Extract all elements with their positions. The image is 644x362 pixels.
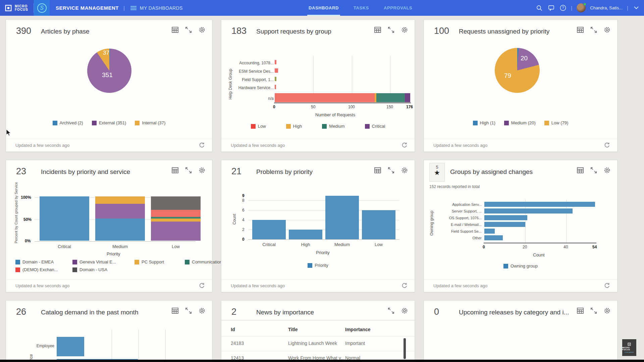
legend-item[interactable]: Low (79) bbox=[544, 120, 569, 125]
legend-item[interactable]: External (351) bbox=[92, 120, 126, 125]
bar-high[interactable] bbox=[289, 230, 322, 239]
product-icon-tile[interactable]: S bbox=[34, 0, 50, 16]
expand-icon[interactable] bbox=[184, 307, 193, 315]
refresh-icon[interactable] bbox=[401, 142, 408, 148]
expand-icon[interactable] bbox=[184, 26, 193, 34]
table-icon[interactable] bbox=[576, 307, 584, 315]
gear-icon[interactable] bbox=[198, 166, 206, 174]
bar-segment[interactable] bbox=[275, 85, 276, 89]
tab-tasks[interactable]: TASKS bbox=[354, 0, 369, 16]
legend-item[interactable]: Domain - EMEA bbox=[15, 259, 72, 264]
user-name[interactable]: Chandra, Satis... bbox=[590, 5, 623, 10]
widget-count: 183 bbox=[231, 26, 247, 36]
bar-segment[interactable] bbox=[275, 77, 276, 81]
bar-row[interactable] bbox=[484, 202, 595, 207]
my-dashboards-menu[interactable]: MY DASHBOARDS bbox=[130, 5, 183, 11]
bar-row[interactable] bbox=[484, 208, 573, 214]
column-header-title[interactable]: Title bbox=[288, 327, 298, 332]
app-title: SERVICE MANAGEMENT bbox=[56, 5, 119, 11]
column-header-importance[interactable]: Importance bbox=[345, 327, 370, 332]
legend-item[interactable]: Archived (2) bbox=[53, 120, 83, 125]
table-icon[interactable] bbox=[576, 166, 584, 174]
table-icon[interactable] bbox=[374, 166, 382, 174]
bar-segment[interactable] bbox=[275, 60, 276, 64]
gear-icon[interactable] bbox=[603, 166, 611, 174]
expand-icon[interactable] bbox=[590, 307, 598, 315]
bar-employee[interactable] bbox=[57, 337, 84, 356]
bar-row[interactable] bbox=[484, 235, 503, 240]
expand-icon[interactable] bbox=[387, 26, 395, 34]
gear-icon[interactable] bbox=[603, 26, 611, 34]
expand-icon[interactable] bbox=[590, 166, 598, 174]
updated-text: Updated a few seconds ago bbox=[231, 283, 285, 288]
legend-item[interactable]: Owning group bbox=[503, 263, 538, 268]
stacked-bar-medium[interactable] bbox=[95, 196, 145, 241]
bar-row[interactable] bbox=[484, 215, 527, 220]
gear-icon[interactable] bbox=[400, 26, 409, 34]
tab-approvals[interactable]: APPROVALS bbox=[384, 0, 412, 16]
unassigned-pie-chart[interactable]: 20 79 bbox=[495, 48, 540, 93]
bar-segment[interactable] bbox=[275, 68, 278, 73]
widget-title: Problems by priority bbox=[256, 168, 313, 176]
gear-icon[interactable] bbox=[603, 307, 611, 315]
gear-icon[interactable] bbox=[198, 307, 206, 315]
column-header-id[interactable]: Id bbox=[231, 327, 235, 332]
legend-item[interactable]: Internal (37) bbox=[135, 120, 165, 125]
tab-dashboard[interactable]: DASHBOARD bbox=[309, 0, 339, 16]
refresh-icon[interactable] bbox=[604, 282, 610, 289]
microfocus-logo[interactable]: MICROFOCUS bbox=[0, 0, 34, 16]
search-icon[interactable] bbox=[536, 4, 543, 12]
avatar[interactable] bbox=[577, 3, 586, 12]
legend-item[interactable]: Critical bbox=[365, 124, 385, 129]
legend-item[interactable]: High (1) bbox=[473, 120, 495, 125]
bar-row[interactable] bbox=[484, 229, 495, 234]
stacked-bar-critical[interactable] bbox=[40, 196, 89, 241]
expand-icon[interactable] bbox=[387, 166, 395, 174]
legend-item[interactable]: Medium bbox=[322, 124, 344, 129]
bar-segment[interactable] bbox=[376, 93, 405, 102]
gridline bbox=[165, 329, 166, 362]
legend-item[interactable]: (DEMO) Exchan... bbox=[15, 267, 72, 272]
records-total: 152 records reported in total bbox=[429, 184, 480, 189]
expand-icon[interactable] bbox=[387, 307, 395, 315]
refresh-icon[interactable] bbox=[199, 142, 205, 148]
refresh-icon[interactable] bbox=[604, 142, 610, 148]
stacked-bar-low[interactable] bbox=[151, 196, 201, 241]
table-scrollbar[interactable] bbox=[404, 338, 406, 359]
table-icon[interactable] bbox=[171, 166, 179, 174]
table-icon[interactable] bbox=[171, 26, 179, 34]
articles-pie-chart[interactable]: 37 351 bbox=[87, 49, 131, 93]
widget-header: Groups by assigned changes bbox=[424, 160, 617, 180]
expand-icon[interactable] bbox=[184, 166, 193, 174]
refresh-icon[interactable] bbox=[199, 282, 205, 289]
bar-critical[interactable] bbox=[252, 220, 286, 239]
table-icon[interactable] bbox=[171, 307, 179, 315]
table-icon[interactable] bbox=[374, 26, 382, 34]
legend-item[interactable]: Geneva Virtual E... bbox=[72, 259, 135, 264]
legend-item[interactable]: Medium (20) bbox=[504, 120, 536, 125]
bar-segment[interactable] bbox=[275, 93, 375, 102]
bar-row[interactable] bbox=[484, 222, 525, 227]
chevron-down-icon[interactable] bbox=[633, 4, 640, 12]
legend-item[interactable]: PC Support bbox=[135, 259, 185, 264]
table-row[interactable]: 24183 Lightning Launch Week Important bbox=[221, 336, 415, 351]
legend-item[interactable]: High bbox=[286, 124, 302, 129]
support-legend: Low High Medium Critical bbox=[221, 124, 415, 129]
help-icon[interactable]: ? bbox=[559, 4, 567, 12]
bar-medium[interactable] bbox=[325, 196, 359, 239]
table-icon[interactable] bbox=[576, 26, 584, 34]
bar-segment[interactable] bbox=[405, 93, 410, 102]
legend-item[interactable]: Domain - USA bbox=[72, 267, 135, 272]
refresh-icon[interactable] bbox=[401, 282, 408, 289]
bar-low[interactable] bbox=[362, 210, 395, 239]
gear-icon[interactable] bbox=[400, 166, 409, 174]
expand-icon[interactable] bbox=[590, 26, 598, 34]
x-tick: 20 bbox=[523, 245, 527, 249]
legend-item[interactable]: Priority bbox=[308, 263, 328, 268]
gear-icon[interactable] bbox=[400, 307, 409, 315]
gear-icon[interactable] bbox=[198, 26, 206, 34]
nav-pipe-2: | bbox=[571, 5, 572, 11]
legend-item[interactable]: Low bbox=[251, 124, 266, 129]
smax-icon: S bbox=[37, 3, 47, 13]
messages-icon[interactable] bbox=[547, 4, 555, 12]
